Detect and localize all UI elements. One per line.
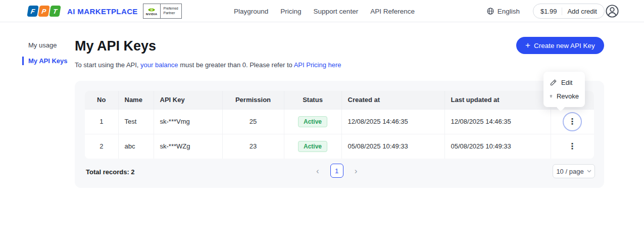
sidebar-item-my-api-keys[interactable]: My API Keys xyxy=(22,53,73,69)
brand: F P T AI MARKETPLACE NVIDIA Preferred Pa… xyxy=(28,0,182,22)
create-api-key-button[interactable]: + Create new API Key xyxy=(516,37,604,54)
add-credit-button[interactable]: Add credit xyxy=(562,8,604,15)
cell-api-key: sk-***Vmg xyxy=(154,109,222,134)
fpt-logo-t: T xyxy=(49,6,61,17)
cell-permission: 23 xyxy=(222,134,284,159)
account-avatar-button[interactable] xyxy=(605,4,620,21)
api-keys-card: No Name API Key Permission Status Create… xyxy=(75,81,604,188)
fpt-logo: F P T xyxy=(28,6,60,17)
cell-status: Active xyxy=(284,134,341,159)
language-selector[interactable]: English xyxy=(486,7,520,15)
cell-no: 2 xyxy=(85,134,118,159)
fpt-logo-p: P xyxy=(38,6,49,17)
menu-item-revoke[interactable]: Revoke xyxy=(543,89,585,103)
brand-title: AI MARKETPLACE xyxy=(67,7,138,16)
nvidia-logo: NVIDIA xyxy=(143,4,160,18)
page-size-select[interactable]: 10 / page xyxy=(553,164,595,178)
total-records-label: Total records: 2 xyxy=(86,168,135,176)
top-bar: F P T AI MARKETPLACE NVIDIA Preferred Pa… xyxy=(0,0,644,22)
cell-api-key: sk-***WZg xyxy=(154,134,222,159)
menu-item-revoke-label: Revoke xyxy=(557,92,579,100)
col-no: No xyxy=(85,91,118,109)
page-size-value: 10 / page xyxy=(556,168,583,175)
status-badge: Active xyxy=(298,116,327,127)
plus-icon: + xyxy=(525,41,530,49)
cell-status: Active xyxy=(284,109,341,134)
subtitle-text-1: To start using the API, xyxy=(75,61,138,69)
col-name: Name xyxy=(118,91,154,109)
cell-actions: ⋮ xyxy=(551,134,594,159)
subtitle-text-2: must be greater than 0. Please refer to xyxy=(180,61,292,69)
cell-no: 1 xyxy=(85,109,118,134)
nav-pricing[interactable]: Pricing xyxy=(280,8,301,15)
cell-updated-at: 12/08/2025 14:46:35 xyxy=(444,109,551,134)
nvidia-partner-text: Preferred Partner xyxy=(160,4,181,18)
avatar-icon xyxy=(605,4,620,19)
col-status: Status xyxy=(284,91,341,109)
top-right-group: English $1.99 Add credit xyxy=(486,0,605,22)
row-actions-menu: Edit Revoke xyxy=(543,72,585,107)
status-badge: Active xyxy=(298,141,327,152)
nav-support-center[interactable]: Support center xyxy=(314,8,359,15)
table-row: 1 Test sk-***Vmg 25 Active 12/08/2025 14… xyxy=(85,109,594,134)
credit-pill[interactable]: $1.99 Add credit xyxy=(533,4,605,19)
nav-api-reference[interactable]: API Reference xyxy=(370,8,415,15)
edit-pencil-icon xyxy=(550,79,557,86)
row-actions-button-active[interactable]: ⋮ xyxy=(563,112,582,131)
prev-page-button[interactable]: ‹ xyxy=(316,167,319,175)
cell-created-at: 05/08/2025 10:49:33 xyxy=(341,134,444,159)
nvidia-partner-badge: NVIDIA Preferred Partner xyxy=(143,4,182,19)
menu-item-edit-label: Edit xyxy=(561,79,572,86)
cell-name: Test xyxy=(118,109,154,134)
col-api-key: API Key xyxy=(154,91,222,109)
table-header-row: No Name API Key Permission Status Create… xyxy=(85,91,594,109)
next-page-button[interactable]: › xyxy=(355,167,358,175)
nvidia-line1: Preferred xyxy=(164,7,178,11)
cell-permission: 25 xyxy=(222,109,284,134)
api-keys-table: No Name API Key Permission Status Create… xyxy=(85,91,594,159)
cell-created-at: 12/08/2025 14:46:35 xyxy=(341,109,444,134)
current-page-button[interactable]: 1 xyxy=(330,164,343,178)
globe-icon xyxy=(486,7,494,15)
create-api-key-label: Create new API Key xyxy=(534,42,595,49)
balance-amount: $1.99 xyxy=(533,8,562,15)
cell-updated-at: 05/08/2025 10:49:33 xyxy=(444,134,551,159)
nvidia-eye-icon xyxy=(147,7,156,13)
your-balance-link[interactable]: your balance xyxy=(140,61,178,69)
sidebar-item-my-usage[interactable]: My usage xyxy=(22,37,73,53)
page-title: My API Keys xyxy=(75,38,156,54)
menu-item-edit[interactable]: Edit xyxy=(543,76,585,89)
sidebar: My usage My API Keys xyxy=(22,37,73,69)
page-subtitle: To start using the API, your balance mus… xyxy=(75,61,341,69)
col-created-at: Created at xyxy=(341,91,444,109)
pagination: ‹ 1 › xyxy=(316,164,357,178)
cell-actions: ⋮ xyxy=(551,109,594,134)
nvidia-line2: Partner xyxy=(164,11,178,16)
row-actions-button[interactable]: ⋮ xyxy=(563,137,582,156)
nav-playground[interactable]: Playground xyxy=(234,8,268,15)
kebab-icon: ⋮ xyxy=(568,141,577,151)
table-row: 2 abc sk-***WZg 23 Active 05/08/2025 10:… xyxy=(85,134,594,159)
kebab-icon: ⋮ xyxy=(568,117,577,126)
nvidia-word: NVIDIA xyxy=(146,13,158,16)
main-nav: Playground Pricing Support center API Re… xyxy=(234,0,415,22)
revoke-trash-icon xyxy=(550,92,553,100)
fpt-logo-f: F xyxy=(27,6,38,17)
col-permission: Permission xyxy=(222,91,284,109)
language-label: English xyxy=(498,8,520,15)
cell-name: abc xyxy=(118,134,154,159)
api-pricing-link[interactable]: API Pricing here xyxy=(294,61,341,69)
chevron-down-icon xyxy=(587,170,591,173)
col-updated-at: Last updated at xyxy=(444,91,551,109)
